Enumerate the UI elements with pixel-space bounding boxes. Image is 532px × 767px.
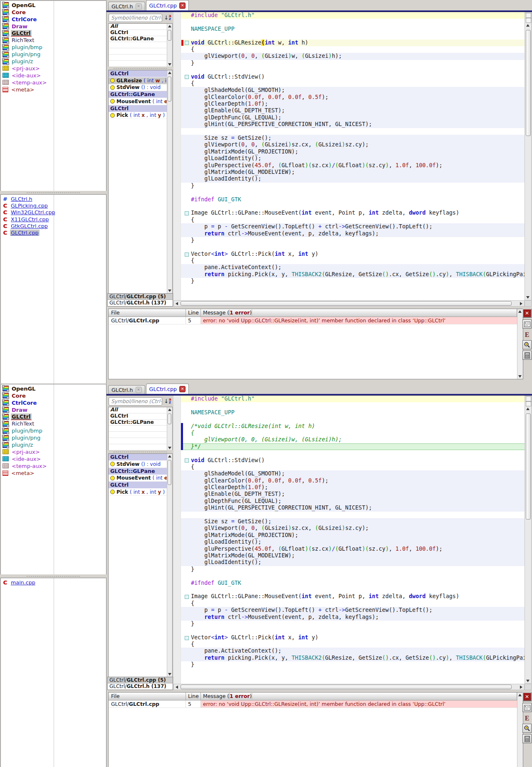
scrollbar-thumb[interactable]: [181, 685, 512, 689]
symbol-item[interactable]: StdView() : void: [109, 84, 172, 92]
console-close-button[interactable]: ✕: [522, 309, 532, 318]
code-line[interactable]: glLoadIdentity();: [173, 539, 525, 545]
symbol-scope-header[interactable]: GLCtrl: [109, 70, 172, 77]
console-calc-button[interactable]: [522, 351, 532, 360]
error-list-header[interactable]: File Line Message (1 error): [109, 693, 517, 700]
package-item[interactable]: CtrlCore: [1, 16, 106, 23]
package-item[interactable]: <temp-aux>: [1, 79, 106, 86]
file-item[interactable]: CWin32GLCtrl.cpp: [1, 209, 106, 216]
symbol-scope-header[interactable]: GLCtrl: [109, 454, 172, 461]
scroll-up-icon[interactable]: [168, 408, 171, 411]
code-line[interactable]: glLoadIdentity();: [173, 155, 525, 162]
sort-button[interactable]: ↓ az: [163, 397, 172, 405]
package-item[interactable]: OpenGL: [1, 2, 106, 9]
package-item[interactable]: Core: [1, 9, 106, 16]
code-line[interactable]: glMatrixMode(GL_MODELVIEW);: [173, 552, 525, 559]
scroll-up-icon[interactable]: [526, 24, 530, 27]
code-line[interactable]: glClearColor(0.0f, 0.0f, 0.0f, 0.5f);: [173, 478, 525, 484]
code-line[interactable]: }: [173, 621, 525, 627]
file-item[interactable]: CX11GLCtrl.cpp: [1, 216, 106, 223]
scrollbar-thumb[interactable]: [526, 30, 531, 136]
code-line[interactable]: [173, 189, 525, 196]
fold-toggle-icon[interactable]: [185, 75, 189, 79]
package-item[interactable]: GLCtrl: [1, 30, 106, 37]
scrollbar-thumb[interactable]: [168, 413, 171, 424]
package-item[interactable]: plugin/z: [1, 58, 106, 65]
file-history-item[interactable]: GLCtrl/GLCtrl.cpp (5): [108, 677, 173, 683]
symbol-search-input[interactable]: Symbol/lineno (Ctrl+Q): [109, 397, 162, 406]
code-line[interactable]: return ctrl->MouseEvent(event, p, zdelta…: [173, 230, 525, 237]
tab-glctrl-h[interactable]: GLCtrl.h ✕: [108, 2, 145, 10]
code-line[interactable]: {: [173, 217, 525, 223]
package-item[interactable]: plugin/z: [1, 441, 106, 448]
editor-hscrollbar[interactable]: [173, 684, 525, 690]
scroll-down-icon[interactable]: [526, 296, 530, 299]
scope-item-glctrl[interactable]: GLCtrl: [109, 413, 172, 420]
console-calc-button[interactable]: [522, 734, 532, 743]
code-line[interactable]: glDepthFunc(GL_LEQUAL);: [173, 114, 525, 121]
console-find-button[interactable]: [522, 340, 532, 349]
file-item[interactable]: CGLPicking.cpp: [1, 202, 106, 209]
code-line[interactable]: glEnable(GL_DEPTH_TEST);: [173, 491, 525, 497]
code-line[interactable]: [173, 19, 525, 25]
column-header-message[interactable]: Message (1 error): [201, 309, 517, 317]
code-line[interactable]: pane.ActivateContext();: [173, 264, 525, 271]
code-line[interactable]: }: [173, 566, 525, 573]
code-line[interactable]: glMatrixMode(GL_PROJECTION);: [173, 148, 525, 155]
code-line[interactable]: [173, 416, 525, 423]
code-line[interactable]: glMatrixMode(GL_MODELVIEW);: [173, 169, 525, 176]
tab-glctrl-cpp[interactable]: GLCtrl.cpp ✕: [146, 384, 189, 394]
error-row[interactable]: GLCtrl/GLCtrl.cpp 5 error: no ‘void Upp:…: [109, 700, 517, 708]
scrollbar-thumb[interactable]: [526, 413, 531, 520]
file-item[interactable]: CGLCtrl.cpp: [1, 229, 106, 236]
code-line[interactable]: }: [173, 278, 525, 285]
package-item[interactable]: plugin/bmp: [1, 44, 106, 51]
code-line[interactable]: glClearDepth(1.0f);: [173, 101, 525, 107]
scroll-down-icon[interactable]: [168, 289, 171, 292]
split-view-icon[interactable]: [526, 401, 531, 406]
code-line[interactable]: {: [173, 80, 525, 87]
fold-toggle-icon[interactable]: [185, 41, 189, 45]
scroll-up-icon[interactable]: [518, 694, 522, 696]
code-editor[interactable]: #include "GLCtrl.h"NAMESPACE_UPP/*void G…: [173, 396, 525, 684]
column-header-file[interactable]: File: [109, 693, 186, 700]
symbol-scope-header[interactable]: GLCtrl::GLPane: [109, 91, 172, 98]
file-item[interactable]: #GLCtrl.h: [1, 195, 106, 202]
scroll-right-icon[interactable]: [520, 302, 522, 305]
code-line[interactable]: {: [173, 430, 525, 436]
scroll-up-icon[interactable]: [168, 455, 171, 458]
scope-scrollbar[interactable]: [167, 24, 172, 67]
code-line[interactable]: #ifndef GUI_GTK: [173, 580, 525, 586]
tab-glctrl-h[interactable]: GLCtrl.h ✕: [108, 385, 145, 394]
code-line[interactable]: [173, 32, 525, 39]
code-line[interactable]: {: [173, 600, 525, 607]
sidebar-splitter[interactable]: [0, 574, 106, 578]
scroll-down-icon[interactable]: [168, 447, 171, 449]
code-line[interactable]: }: [173, 237, 525, 244]
column-header-file[interactable]: File: [109, 309, 186, 317]
code-line[interactable]: void GLCtrl::GLResize(int w, int h): [173, 40, 525, 46]
symbol-scope-header[interactable]: GLCtrl: [109, 482, 172, 489]
code-line[interactable]: [173, 450, 525, 457]
split-view-icon[interactable]: [526, 396, 531, 401]
code-line[interactable]: return picking.Pick(x, y, THISBACK2(GLRe…: [173, 271, 525, 278]
close-icon[interactable]: ✕: [136, 3, 142, 10]
console-output-button[interactable]: [522, 319, 532, 329]
console-find-button[interactable]: [522, 724, 532, 733]
scroll-down-icon[interactable]: [168, 673, 171, 675]
package-item[interactable]: plugin/png: [1, 434, 106, 441]
fold-toggle-icon[interactable]: [185, 595, 189, 599]
close-icon[interactable]: ✕: [136, 387, 142, 393]
scroll-up-icon[interactable]: [168, 25, 171, 27]
code-line[interactable]: glViewport(0, 0, (GLsizei)w, (GLsizei)h)…: [173, 436, 525, 443]
code-line[interactable]: glHint(GL_PERSPECTIVE_CORRECTION_HINT, G…: [173, 121, 525, 128]
scrollbar-thumb[interactable]: [181, 301, 512, 306]
symbol-item[interactable]: MouseEvent(int event,: [109, 98, 172, 105]
code-line[interactable]: [173, 627, 525, 634]
fold-toggle-icon[interactable]: [185, 458, 189, 463]
code-line[interactable]: Vector<int> GLCtrl::Pick(int x, int y): [173, 251, 525, 257]
scope-item-glpane[interactable]: GLCtrl::GLPane: [109, 420, 172, 426]
package-item[interactable]: Core: [1, 392, 106, 399]
code-line[interactable]: /*void GLCtrl::GLResize(int w, int h): [173, 423, 525, 430]
package-item[interactable]: RichText: [1, 420, 106, 427]
